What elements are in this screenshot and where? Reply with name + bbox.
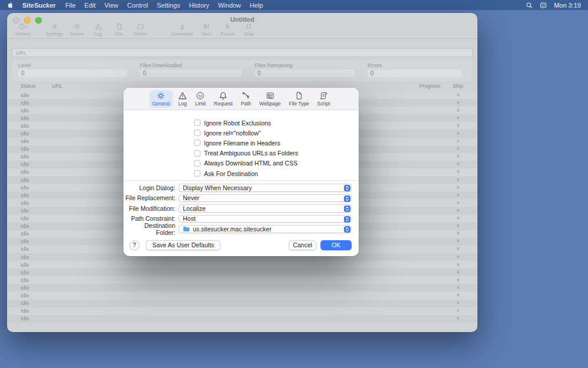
- skip-button[interactable]: ×: [456, 223, 460, 229]
- tab-webpage[interactable]: Webpage: [256, 90, 283, 108]
- toolbar-folder-button[interactable]: Folder: [133, 22, 148, 37]
- menu-settings[interactable]: Settings: [157, 2, 181, 9]
- row-status: Idle: [21, 115, 29, 121]
- menu-clock[interactable]: Mon 3:19: [554, 2, 581, 9]
- checkbox-ignore-rel-nofollow[interactable]: [194, 130, 201, 136]
- checkbox-always-download-html-and-css[interactable]: [194, 160, 201, 167]
- row-status: Idle: [21, 146, 29, 152]
- toolbar-file-button[interactable]: File: [112, 22, 127, 37]
- toolbar-gap: [31, 22, 46, 37]
- stepper-icon: [344, 205, 350, 212]
- svg-text:50: 50: [199, 94, 202, 98]
- stat-files-downloaded: Files Downloaded0: [135, 62, 250, 81]
- checkbox-ignore-robot-exclusions[interactable]: [194, 120, 201, 126]
- search-icon[interactable]: [526, 2, 533, 9]
- skip-button[interactable]: ×: [456, 285, 460, 291]
- skip-button[interactable]: ×: [456, 115, 460, 121]
- skip-button[interactable]: ×: [456, 238, 460, 244]
- ok-button[interactable]: OK: [320, 240, 352, 250]
- menu-file[interactable]: File: [65, 2, 76, 9]
- skip-button[interactable]: ×: [456, 154, 460, 160]
- tab-path[interactable]: Path: [238, 90, 255, 108]
- skip-button[interactable]: ×: [456, 300, 460, 306]
- row-status: Idle: [21, 223, 29, 229]
- toolbar-pause-button[interactable]: Pause: [220, 22, 235, 37]
- checkbox-ask-for-destination[interactable]: [194, 170, 201, 177]
- skip-button[interactable]: ×: [456, 308, 460, 314]
- tab-script[interactable]: Script: [315, 90, 333, 108]
- save-defaults-button[interactable]: Save As User Defaults: [146, 240, 220, 250]
- url-input[interactable]: [12, 48, 473, 57]
- help-button[interactable]: ?: [129, 240, 139, 250]
- control-center-icon[interactable]: [540, 2, 547, 9]
- skip-button[interactable]: ×: [456, 270, 460, 276]
- menu-history[interactable]: History: [189, 2, 209, 9]
- skip-button[interactable]: ×: [456, 100, 460, 106]
- tab-file-type[interactable]: File Type: [286, 90, 312, 108]
- menu-control[interactable]: Control: [127, 2, 148, 9]
- checkbox-ignore-filename-in-headers[interactable]: [194, 140, 201, 146]
- select-file-modification[interactable]: Localize: [179, 204, 352, 213]
- skip-button[interactable]: ×: [456, 254, 460, 260]
- tab-log[interactable]: Log: [175, 90, 190, 108]
- toolbar-settings-button[interactable]: Settings: [46, 22, 64, 37]
- checkbox-group: Ignore Robot ExclusionsIgnore rel="nofol…: [194, 118, 298, 178]
- skip-button[interactable]: ×: [456, 231, 460, 237]
- skip-button[interactable]: ×: [456, 131, 460, 137]
- row-status: Idle: [21, 200, 29, 206]
- skip-button[interactable]: ×: [456, 277, 460, 283]
- checkbox-label: Ignore Robot Exclusions: [204, 120, 271, 127]
- tab-request[interactable]: Request: [211, 90, 236, 108]
- skip-button[interactable]: ×: [456, 138, 460, 144]
- select-path-constraint[interactable]: Host: [179, 215, 352, 223]
- toolbar-log-button[interactable]: Log: [91, 22, 106, 37]
- skip-button[interactable]: ×: [456, 246, 460, 252]
- menu-help[interactable]: Help: [250, 2, 263, 9]
- app-menu[interactable]: SiteSucker: [22, 2, 56, 9]
- toolbar-queue-button[interactable]: Queue: [69, 22, 85, 37]
- tab-general[interactable]: General: [149, 90, 173, 108]
- title-bar: Untitled ▾HistorySettingsQueueLogFileFol…: [7, 13, 477, 39]
- skip-button[interactable]: ×: [456, 293, 460, 299]
- select-destination-folder[interactable]: us.sitesucker.mac.sitesucker: [179, 225, 352, 233]
- stat-label: Errors: [368, 62, 462, 68]
- row-status: Idle: [21, 185, 29, 191]
- select-login-dialog[interactable]: Display When Necessary: [179, 184, 352, 192]
- next-icon: [203, 22, 210, 30]
- toolbar-download-button[interactable]: Download: [172, 22, 193, 37]
- toolbar-history-button[interactable]: ▾History: [15, 22, 31, 37]
- skip-button[interactable]: ×: [456, 177, 460, 183]
- toolbar-stop-button[interactable]: Stop: [241, 22, 256, 37]
- skip-button[interactable]: ×: [456, 92, 460, 98]
- skip-button[interactable]: ×: [456, 123, 460, 129]
- row-status: Idle: [21, 246, 29, 252]
- chevron-down-icon: ▾: [26, 25, 28, 28]
- skip-button[interactable]: ×: [456, 262, 460, 268]
- menu-view[interactable]: View: [105, 2, 119, 9]
- tab-label: Script: [318, 101, 330, 107]
- apple-menu-icon[interactable]: [7, 1, 14, 9]
- menu-edit[interactable]: Edit: [85, 2, 96, 9]
- skip-button[interactable]: ×: [456, 185, 460, 191]
- skip-button[interactable]: ×: [456, 108, 460, 114]
- skip-button[interactable]: ×: [456, 208, 460, 214]
- row-status: Idle: [21, 169, 29, 175]
- stat-label: Level: [18, 62, 127, 68]
- skip-button[interactable]: ×: [456, 193, 460, 198]
- tab-limit[interactable]: 50Limit: [192, 90, 209, 108]
- checkbox-label: Always Download HTML and CSS: [204, 160, 298, 167]
- cancel-button[interactable]: Cancel: [289, 240, 316, 250]
- skip-button[interactable]: ×: [456, 216, 460, 221]
- skip-button[interactable]: ×: [456, 200, 460, 206]
- select-file-replacement[interactable]: Never: [179, 194, 352, 203]
- checkbox-row-ask-for-destination: Ask For Destination: [194, 168, 298, 178]
- skip-button[interactable]: ×: [456, 161, 460, 167]
- skip-button[interactable]: ×: [456, 146, 460, 152]
- checkbox-treat-ambiguous-urls-as-folders[interactable]: [194, 150, 201, 157]
- toolbar-next-button[interactable]: Next: [199, 22, 214, 37]
- menu-window[interactable]: Window: [218, 2, 241, 9]
- row-status: Idle: [21, 270, 29, 276]
- skip-button[interactable]: ×: [456, 316, 460, 321]
- skip-button[interactable]: ×: [456, 169, 460, 175]
- dialog-footer: ? Save As User Defaults Cancel OK: [129, 240, 352, 250]
